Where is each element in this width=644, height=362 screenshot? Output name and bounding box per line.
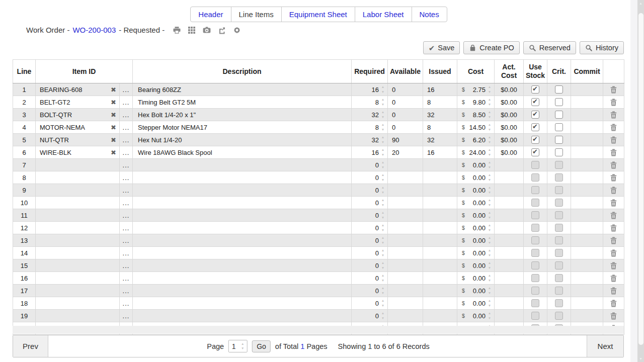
item-id-field[interactable] <box>36 234 120 247</box>
delete-row-button[interactable] <box>603 146 624 159</box>
required-input[interactable]: 0▲▼ <box>352 159 387 171</box>
cost-input[interactable]: $0.00▲▼ <box>457 171 494 184</box>
go-button[interactable]: Go <box>252 340 271 352</box>
item-id-field[interactable] <box>36 171 120 184</box>
delete-row-button[interactable] <box>603 197 624 209</box>
required-input[interactable]: 0▲▼ <box>352 222 387 234</box>
use-stock-checkbox[interactable] <box>531 136 539 144</box>
stepper-arrows[interactable]: ▲▼ <box>379 186 386 194</box>
item-id-field[interactable] <box>36 209 120 222</box>
item-lookup-button[interactable]: ... <box>120 272 133 285</box>
required-input[interactable]: 0▲▼ <box>352 310 387 322</box>
description-cell[interactable] <box>133 259 352 272</box>
stepper-arrows[interactable]: ▲▼ <box>486 299 493 307</box>
delete-row-button[interactable] <box>603 96 624 109</box>
stepper-arrows[interactable]: ▲▼ <box>486 161 493 169</box>
delete-row-button[interactable] <box>603 234 624 247</box>
stepper-arrows[interactable]: ▲▼ <box>486 111 493 119</box>
use-stock-checkbox[interactable] <box>531 148 539 156</box>
delete-row-button[interactable] <box>603 159 624 171</box>
stepper-arrows[interactable]: ▲▼ <box>379 312 386 320</box>
required-input[interactable]: 16▲▼ <box>352 146 387 158</box>
description-cell[interactable]: Timing Belt GT2 5M <box>133 96 352 109</box>
item-lookup-button[interactable]: ... <box>120 146 133 159</box>
delete-row-button[interactable] <box>603 171 624 184</box>
crit-checkbox[interactable] <box>555 136 563 144</box>
tab-notes[interactable]: Notes <box>412 7 447 22</box>
required-input[interactable]: 0▲▼ <box>352 247 387 259</box>
cost-input[interactable]: $0.00▲▼ <box>457 234 494 246</box>
vertical-scrollbar[interactable]: ▲ ▼ <box>637 0 644 362</box>
item-id-field[interactable] <box>36 297 120 310</box>
stepper-arrows[interactable]: ▲▼ <box>486 85 493 94</box>
tab-header[interactable]: Header <box>191 7 231 22</box>
stepper-arrows[interactable]: ▲▼ <box>379 85 386 94</box>
stepper-arrows[interactable]: ▲▼ <box>379 161 386 169</box>
cost-input[interactable]: $0.00▲▼ <box>457 209 494 221</box>
item-id-field[interactable]: BEARING-608✖ <box>36 83 120 96</box>
item-lookup-button[interactable]: ... <box>120 171 133 184</box>
crit-checkbox[interactable] <box>555 111 563 119</box>
description-cell[interactable] <box>133 209 352 222</box>
stepper-arrows[interactable]: ▲▼ <box>486 312 493 320</box>
required-input[interactable]: 0▲▼ <box>352 285 387 297</box>
item-id-field[interactable] <box>36 184 120 197</box>
description-cell[interactable] <box>133 222 352 234</box>
crit-checkbox[interactable] <box>555 85 563 94</box>
item-lookup-button[interactable]: ... <box>120 247 133 259</box>
required-input[interactable]: 8▲▼ <box>352 121 387 133</box>
next-button[interactable]: Next <box>587 335 623 357</box>
description-cell[interactable] <box>133 297 352 310</box>
cost-input[interactable]: $6.20▲▼ <box>457 134 494 146</box>
description-cell[interactable] <box>133 272 352 285</box>
grid-icon[interactable] <box>188 26 196 34</box>
clear-item-icon[interactable]: ✖ <box>111 86 116 93</box>
cost-input[interactable]: $0.00▲▼ <box>457 247 494 259</box>
cost-input[interactable]: $0.00▲▼ <box>457 310 494 322</box>
cost-input[interactable]: $2.75▲▼ <box>457 83 494 96</box>
save-button[interactable]: ✔Save <box>423 41 460 54</box>
delete-row-button[interactable] <box>603 222 624 234</box>
stepper-arrows[interactable]: ▲▼ <box>379 274 386 282</box>
item-lookup-button[interactable]: ... <box>120 310 133 322</box>
item-lookup-button[interactable]: ... <box>120 134 133 146</box>
required-input[interactable]: 0▲▼ <box>352 259 387 272</box>
item-id-field[interactable] <box>36 310 120 322</box>
delete-row-button[interactable] <box>603 134 624 146</box>
item-id-field[interactable]: WIRE-BLK✖ <box>36 146 120 159</box>
clear-item-icon[interactable]: ✖ <box>111 124 116 131</box>
stepper-arrows[interactable]: ▲▼ <box>379 261 386 269</box>
item-lookup-button[interactable]: ... <box>120 184 133 197</box>
page-stepper-arrows[interactable]: ▲▼ <box>239 342 246 350</box>
item-id-field[interactable] <box>36 272 120 285</box>
item-lookup-button[interactable]: ... <box>120 121 133 134</box>
stepper-arrows[interactable]: ▲▼ <box>486 261 493 269</box>
required-input[interactable]: 8▲▼ <box>352 96 387 108</box>
cost-input[interactable]: $0.00▲▼ <box>457 259 494 272</box>
history-button[interactable]: History <box>580 41 624 54</box>
stepper-arrows[interactable]: ▲▼ <box>379 287 386 295</box>
use-stock-checkbox[interactable] <box>531 123 539 131</box>
stepper-arrows[interactable]: ▲▼ <box>486 249 493 257</box>
reserved-button[interactable]: Reserved <box>523 41 576 54</box>
item-id-field[interactable] <box>36 159 120 171</box>
item-lookup-button[interactable]: ... <box>120 209 133 222</box>
item-lookup-button[interactable]: ... <box>120 96 133 109</box>
stepper-arrows[interactable]: ▲▼ <box>486 136 493 144</box>
delete-row-button[interactable] <box>603 109 624 121</box>
item-id-field[interactable] <box>36 285 120 297</box>
settings-icon[interactable] <box>233 26 241 34</box>
required-input[interactable]: 0▲▼ <box>352 234 387 246</box>
crit-checkbox[interactable] <box>555 123 563 131</box>
stepper-arrows[interactable]: ▲▼ <box>379 98 386 106</box>
workorder-number-link[interactable]: WO-200-003 <box>72 26 116 34</box>
description-cell[interactable]: Hex Nut 1/4-20 <box>133 134 352 146</box>
scrollbar-thumb[interactable] <box>638 13 643 345</box>
delete-row-button[interactable] <box>603 209 624 222</box>
required-input[interactable]: 0▲▼ <box>352 272 387 284</box>
item-id-field[interactable]: BOLT-QTR✖ <box>36 109 120 121</box>
item-lookup-button[interactable]: ... <box>120 159 133 171</box>
cost-input[interactable]: $0.00▲▼ <box>457 222 494 234</box>
item-id-field[interactable] <box>36 197 120 209</box>
item-id-field[interactable] <box>36 259 120 272</box>
